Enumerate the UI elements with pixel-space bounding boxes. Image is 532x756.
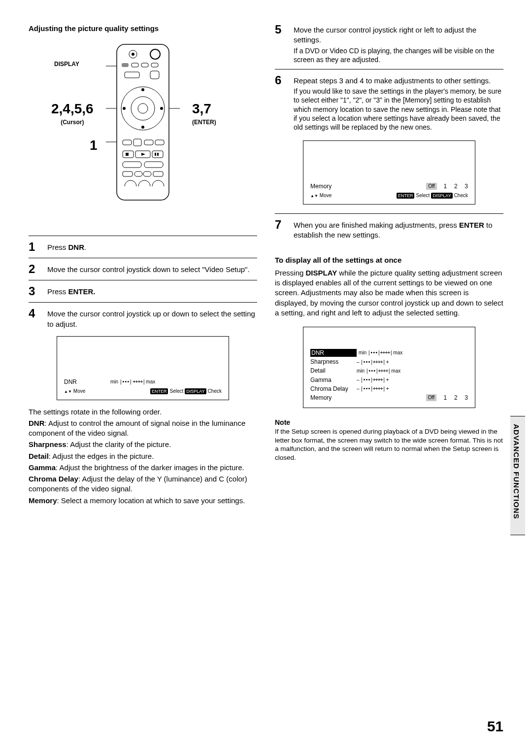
osd-single-setting: DNR min |•••|++++| max Move ENTERSelect … — [57, 336, 229, 400]
osd-all-settings: DNR min|•••|++++|max Sharpness –|•••|+++… — [303, 327, 475, 408]
subsection-heading: To display all of the settings at once — [275, 255, 503, 265]
remote-control-illustration — [106, 43, 180, 201]
svg-rect-4 — [122, 63, 129, 67]
step-number: 7 — [275, 219, 287, 241]
osd-memory: Memory Off 1 2 3 Move ENTERSelect DISPLA… — [303, 140, 475, 205]
divider — [29, 236, 257, 236]
svg-rect-26 — [155, 153, 156, 156]
updown-arrows-icon — [64, 388, 72, 395]
page-number: 51 — [487, 717, 503, 737]
setting-definitions: The settings rotate in the following ord… — [29, 407, 257, 506]
step-5: 5 Move the cursor control joystick right… — [275, 24, 503, 64]
note-heading: Note — [275, 418, 503, 427]
section-tab-label: ADVANCED FUNCTIONS — [511, 424, 521, 519]
svg-rect-22 — [126, 153, 129, 156]
step-1: 1 Press DNR. — [29, 241, 257, 253]
divider — [275, 69, 503, 69]
callout-one: 1 — [90, 136, 98, 155]
svg-point-16 — [160, 107, 163, 110]
step-number: 2 — [29, 263, 40, 275]
svg-rect-27 — [157, 153, 159, 156]
svg-point-2 — [132, 53, 134, 56]
callout-cursor: 2,4,5,6 (Cursor) — [51, 100, 94, 126]
divider — [275, 213, 503, 214]
step-4: 4 Move the cursor control joystick up or… — [29, 308, 257, 329]
svg-rect-0 — [117, 44, 169, 200]
step-7: 7 When you are finished making adjustmen… — [275, 219, 503, 241]
step-number: 4 — [29, 308, 40, 329]
divider — [29, 302, 257, 303]
step-number: 5 — [275, 24, 287, 64]
updown-arrows-icon — [310, 192, 318, 199]
divider — [29, 258, 257, 258]
step-number: 3 — [29, 285, 40, 297]
section-heading: Adjusting the picture quality settings — [29, 24, 257, 34]
callout-display: DISPLAY — [54, 60, 79, 68]
note-body: If the Setup screen is opened during pla… — [275, 427, 503, 462]
subsection-body: Pressing DISPLAY while the picture quali… — [275, 268, 503, 318]
step-number: 6 — [275, 74, 287, 132]
callout-enter: 3,7 (ENTER) — [192, 100, 216, 126]
step-number: 1 — [29, 241, 40, 253]
step-3: 3 Press ENTER. — [29, 285, 257, 297]
divider — [29, 280, 257, 280]
svg-point-13 — [141, 88, 144, 91]
svg-point-15 — [123, 107, 126, 110]
step-2: 2 Move the cursor control joystick down … — [29, 263, 257, 275]
remote-diagram: DISPLAY 2,4,5,6 (Cursor) 3,7 (ENTER) 1 — [54, 43, 232, 221]
step-6: 6 Repeat steps 3 and 4 to make adjustmen… — [275, 74, 503, 132]
svg-point-14 — [141, 126, 144, 129]
